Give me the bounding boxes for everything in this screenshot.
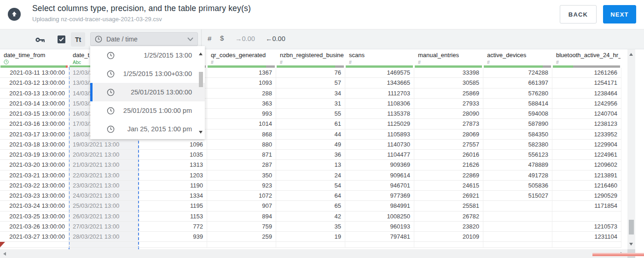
table-cell[interactable]: 1209602 bbox=[552, 160, 621, 170]
table-cell[interactable]: 2021-03-18 13:00:00 bbox=[0, 140, 69, 150]
table-cell[interactable]: 478889 bbox=[483, 160, 552, 170]
column-checkbox[interactable] bbox=[58, 35, 65, 43]
table-cell[interactable]: 30585 bbox=[414, 78, 483, 88]
column-header-date_time_from[interactable]: date_time_from bbox=[0, 49, 69, 68]
table-cell[interactable]: 797481 bbox=[345, 232, 414, 242]
table-cell[interactable]: 772 bbox=[138, 222, 207, 232]
table-cell[interactable]: 24 bbox=[276, 170, 345, 181]
table-cell[interactable]: 26921 bbox=[414, 191, 483, 201]
table-cell[interactable]: 27557 bbox=[414, 140, 483, 150]
table-cell[interactable]: 1238123 bbox=[552, 119, 621, 129]
table-cell[interactable] bbox=[552, 211, 621, 222]
dropdown-scrollbar[interactable] bbox=[197, 47, 204, 138]
table-cell[interactable]: 894 bbox=[207, 211, 276, 222]
table-cell[interactable]: 33398 bbox=[414, 68, 483, 78]
table-cell[interactable]: 1125029 bbox=[345, 119, 414, 129]
table-cell[interactable]: 2021-03-11 13:00:00 bbox=[0, 68, 69, 78]
table-cell[interactable]: 724288 bbox=[483, 68, 552, 78]
column-header-scans[interactable]: scans# bbox=[345, 49, 414, 68]
table-cell[interactable]: 1035 bbox=[138, 150, 207, 160]
table-cell[interactable]: 587890 bbox=[483, 119, 552, 129]
table-cell[interactable]: 1093 bbox=[207, 78, 276, 88]
table-cell[interactable]: 22/03/2021 13:00 bbox=[69, 170, 138, 181]
table-cell[interactable]: 57 bbox=[276, 78, 345, 88]
dropdown-option[interactable]: 25/01/2015 1:00:00 pm bbox=[90, 101, 205, 120]
table-cell[interactable]: 871 bbox=[207, 150, 276, 160]
table-cell[interactable]: 2021-03-27 13:00:00 bbox=[0, 232, 69, 242]
table-cell[interactable]: 1343665 bbox=[345, 78, 414, 88]
table-cell[interactable]: 27873 bbox=[414, 119, 483, 129]
table-cell[interactable]: 25869 bbox=[414, 88, 483, 99]
scroll-left-arrow[interactable] bbox=[3, 252, 6, 256]
table-cell[interactable]: 909369 bbox=[345, 160, 414, 170]
table-cell[interactable]: 65 bbox=[276, 201, 345, 211]
table-cell[interactable]: 1171854 bbox=[552, 201, 621, 211]
table-cell[interactable]: 759 bbox=[207, 222, 276, 232]
table-cell[interactable]: 584350 bbox=[483, 129, 552, 140]
column-header-qr_codes_generated[interactable]: qr_codes_generated# bbox=[207, 49, 276, 68]
table-cell[interactable]: 505836 bbox=[483, 181, 552, 191]
table-cell[interactable]: 946701 bbox=[345, 181, 414, 191]
table-cell[interactable]: 1135378 bbox=[345, 109, 414, 119]
table-cell[interactable]: 19 bbox=[276, 232, 345, 242]
table-cell[interactable]: 1203 bbox=[138, 170, 207, 181]
table-cell[interactable]: 2021-03-20 13:00:00 bbox=[0, 160, 69, 170]
table-cell[interactable]: 491728 bbox=[483, 170, 552, 181]
table-cell[interactable]: 1153 bbox=[138, 211, 207, 222]
table-cell[interactable]: 939 bbox=[138, 232, 207, 242]
table-cell[interactable]: 1233952 bbox=[552, 129, 621, 140]
table-cell[interactable]: 21626 bbox=[414, 160, 483, 170]
table-cell[interactable]: 880 bbox=[207, 140, 276, 150]
table-cell[interactable]: 2021-03-13 13:00:00 bbox=[0, 88, 69, 99]
text-type-button[interactable]: Tt bbox=[71, 32, 85, 47]
table-cell[interactable]: 1242956 bbox=[552, 99, 621, 109]
table-cell[interactable]: 984991 bbox=[345, 201, 414, 211]
table-cell[interactable]: 20109 bbox=[414, 232, 483, 242]
table-cell[interactable]: 1210573 bbox=[552, 222, 621, 232]
table-cell[interactable]: 19/03/2021 13:00 bbox=[69, 140, 138, 150]
table-cell[interactable]: 1213891 bbox=[552, 170, 621, 181]
table-cell[interactable]: 2021-03-22 13:00:00 bbox=[0, 181, 69, 191]
table-cell[interactable]: 288 bbox=[207, 88, 276, 99]
table-cell[interactable]: 21/03/2021 13:00 bbox=[69, 160, 138, 170]
back-button[interactable]: BACK bbox=[560, 5, 597, 23]
table-cell[interactable]: 2021-03-24 13:00:00 bbox=[0, 201, 69, 211]
number-type-button[interactable]: # bbox=[208, 35, 211, 42]
table-cell[interactable]: 1469575 bbox=[345, 68, 414, 78]
table-cell[interactable]: 1014 bbox=[207, 119, 276, 129]
decrease-decimal-button[interactable]: ←0.00 bbox=[266, 35, 285, 42]
table-cell[interactable]: 868 bbox=[207, 129, 276, 140]
table-cell[interactable]: 61 bbox=[276, 119, 345, 129]
table-cell[interactable]: 1112703 bbox=[345, 88, 414, 99]
next-button[interactable]: NEXT bbox=[603, 5, 636, 23]
table-cell[interactable]: 1254171 bbox=[552, 78, 621, 88]
table-cell[interactable]: 2021-03-21 13:00:00 bbox=[0, 170, 69, 181]
table-cell[interactable]: 960193 bbox=[345, 222, 414, 232]
table-cell[interactable]: 76 bbox=[276, 68, 345, 78]
table-cell[interactable]: 1290529 bbox=[552, 191, 621, 201]
table-cell[interactable]: 977369 bbox=[345, 191, 414, 201]
table-cell[interactable]: 27933 bbox=[414, 99, 483, 109]
table-cell[interactable]: 1190 bbox=[138, 181, 207, 191]
scroll-down-arrow[interactable] bbox=[629, 243, 633, 246]
table-cell[interactable]: 1008250 bbox=[345, 211, 414, 222]
dropdown-option[interactable]: 1/25/2015 13:00+03:00 bbox=[90, 64, 205, 83]
dropdown-scroll-up-arrow[interactable] bbox=[199, 53, 203, 55]
table-cell[interactable]: 1105893 bbox=[345, 129, 414, 140]
table-cell[interactable]: 2021-03-19 13:00:00 bbox=[0, 150, 69, 160]
table-cell[interactable]: 259 bbox=[207, 232, 276, 242]
table-cell[interactable]: 1261266 bbox=[552, 68, 621, 78]
table-cell[interactable]: 28090 bbox=[414, 109, 483, 119]
table-cell[interactable]: 1104477 bbox=[345, 150, 414, 160]
dropdown-option[interactable]: Jan 25, 2015 1:00 pm bbox=[90, 120, 205, 138]
table-cell[interactable]: 44 bbox=[276, 129, 345, 140]
table-cell[interactable]: 27/03/2021 13:00 bbox=[69, 222, 138, 232]
table-cell[interactable]: 31 bbox=[276, 99, 345, 109]
table-cell[interactable]: 1216460 bbox=[552, 181, 621, 191]
dropdown-scroll-thumb[interactable] bbox=[199, 72, 203, 87]
table-cell[interactable]: 1367 bbox=[207, 68, 276, 78]
scroll-up-arrow[interactable] bbox=[629, 53, 633, 56]
table-cell[interactable]: 54 bbox=[276, 181, 345, 191]
currency-type-button[interactable]: $ bbox=[220, 34, 224, 42]
table-cell[interactable]: 13 bbox=[276, 160, 345, 170]
